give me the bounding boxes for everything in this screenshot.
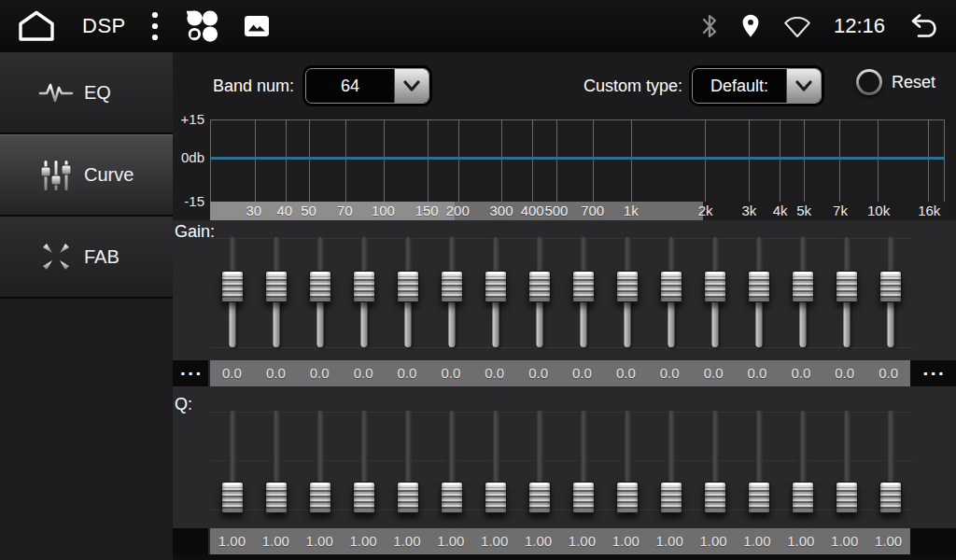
gain-slider-9[interactable]	[561, 233, 605, 351]
sidebar-item-eq[interactable]: EQ	[0, 52, 173, 134]
band-num-dropdown[interactable]: 64	[305, 68, 429, 104]
grid-line	[839, 120, 840, 202]
slider-handle[interactable]	[572, 271, 595, 302]
slider-handle[interactable]	[748, 482, 770, 513]
q-slider-4[interactable]	[342, 407, 386, 513]
slider-handle[interactable]	[397, 482, 419, 513]
sidebar-item-curve[interactable]: Curve	[0, 134, 173, 217]
chevron-down-icon[interactable]	[786, 69, 821, 103]
slider-handle[interactable]	[748, 271, 770, 302]
q-value-6: 1.00	[429, 528, 472, 554]
gain-slider-13[interactable]	[737, 233, 780, 351]
slider-handle[interactable]	[616, 271, 639, 302]
slider-handle[interactable]	[616, 482, 639, 513]
reset-label: Reset	[892, 69, 935, 95]
slider-handle[interactable]	[572, 482, 595, 513]
gain-value-1: 0.0	[210, 360, 254, 386]
freq-tick-label: 50	[301, 202, 316, 220]
gain-value-4: 0.0	[342, 360, 386, 386]
slider-handle[interactable]	[309, 271, 331, 302]
custom-type-dropdown[interactable]: Default:	[692, 68, 822, 104]
grid-line	[501, 120, 502, 202]
slider-handle[interactable]	[792, 271, 814, 302]
back-icon[interactable]	[907, 13, 941, 39]
slider-handle[interactable]	[353, 482, 375, 513]
gain-slider-2[interactable]	[254, 233, 298, 351]
slider-handle[interactable]	[879, 271, 902, 302]
slider-handle[interactable]	[221, 271, 244, 302]
q-value-3: 1.00	[298, 528, 342, 554]
q-slider-7[interactable]	[473, 407, 517, 513]
q-slider-8[interactable]	[517, 407, 561, 513]
slider-handle[interactable]	[485, 482, 507, 513]
slider-handle[interactable]	[879, 482, 902, 513]
gain-slider-4[interactable]	[342, 233, 386, 351]
slider-handle[interactable]	[704, 271, 726, 302]
slider-handle[interactable]	[265, 482, 288, 513]
q-slider-5[interactable]	[386, 407, 429, 513]
gain-slider-12[interactable]	[693, 233, 737, 351]
q-slider-9[interactable]	[561, 407, 605, 513]
grid-line	[780, 120, 780, 202]
slider-handle[interactable]	[265, 271, 288, 302]
gallery-icon[interactable]	[244, 15, 270, 37]
slider-handle[interactable]	[660, 271, 682, 302]
slider-handle[interactable]	[836, 482, 858, 513]
q-slider-13[interactable]	[737, 407, 780, 513]
gain-value-14: 0.0	[779, 360, 822, 386]
gain-slider-16[interactable]	[868, 233, 912, 351]
slider-handle[interactable]	[441, 271, 463, 302]
slider-handle[interactable]	[397, 271, 419, 302]
slider-handle[interactable]	[704, 482, 726, 513]
freq-tick-label: 7k	[833, 202, 848, 220]
q-slider-3[interactable]	[298, 407, 342, 513]
gain-value-8: 0.0	[516, 360, 560, 386]
gain-more-left-button[interactable]: ▪▪▪	[173, 360, 208, 386]
home-icon[interactable]	[15, 8, 58, 44]
q-slider-2[interactable]	[254, 407, 298, 513]
gain-value-2: 0.0	[254, 360, 298, 386]
gain-slider-1[interactable]	[210, 233, 254, 351]
slider-handle[interactable]	[660, 482, 682, 513]
gain-slider-6[interactable]	[429, 233, 473, 351]
q-slider-15[interactable]	[824, 407, 868, 513]
sidebar-item-fab[interactable]: FAB	[0, 217, 173, 299]
q-slider-6[interactable]	[429, 407, 473, 513]
eq-curve-plot[interactable]	[210, 119, 945, 202]
gain-slider-7[interactable]	[473, 233, 517, 351]
gain-value-5: 0.0	[386, 360, 429, 386]
q-slider-11[interactable]	[649, 407, 693, 513]
gain-slider-8[interactable]	[517, 233, 561, 351]
gain-slider-5[interactable]	[386, 233, 429, 351]
slider-handle[interactable]	[353, 271, 375, 302]
gain-slider-3[interactable]	[298, 233, 342, 351]
slider-handle[interactable]	[309, 482, 331, 513]
apps-clover-icon[interactable]	[184, 8, 219, 44]
q-slider-12[interactable]	[693, 407, 737, 513]
wifi-icon	[783, 15, 811, 38]
gain-slider-15[interactable]	[824, 233, 868, 351]
q-slider-14[interactable]	[780, 407, 824, 513]
slider-handle[interactable]	[528, 271, 551, 302]
gain-slider-11[interactable]	[649, 233, 693, 351]
chevron-down-icon[interactable]	[394, 69, 429, 103]
q-value-1: 1.00	[210, 528, 254, 554]
menu-kebab-icon[interactable]	[150, 10, 160, 42]
gain-slider-14[interactable]	[780, 233, 824, 351]
gain-values-bar: 0.00.00.00.00.00.00.00.00.00.00.00.00.00…	[210, 360, 910, 386]
reset-radio-button[interactable]	[856, 69, 882, 95]
slider-handle[interactable]	[221, 482, 244, 513]
gain-slider-10[interactable]	[605, 233, 649, 351]
gain-more-right-button[interactable]: ▪▪▪	[910, 360, 956, 386]
freq-tick-label: 150	[415, 202, 439, 220]
slider-handle[interactable]	[441, 482, 463, 513]
slider-handle[interactable]	[792, 482, 814, 513]
q-slider-16[interactable]	[868, 407, 912, 513]
grid-line	[384, 120, 385, 202]
slider-handle[interactable]	[528, 482, 551, 513]
q-slider-10[interactable]	[605, 407, 649, 513]
y-axis-labels: +15 0db -15	[173, 108, 206, 211]
q-slider-1[interactable]	[210, 407, 254, 513]
slider-handle[interactable]	[485, 271, 507, 302]
slider-handle[interactable]	[836, 271, 858, 302]
